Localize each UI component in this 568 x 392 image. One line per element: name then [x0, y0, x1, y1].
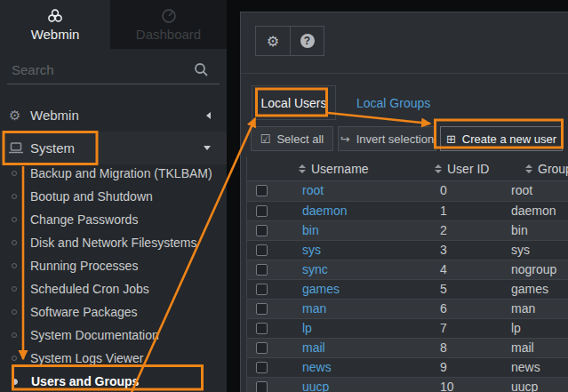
username-link[interactable]: uucp	[302, 378, 329, 392]
invert-selection-label: Invert selection	[356, 132, 434, 146]
column-header-label: Group	[538, 162, 568, 176]
username-link[interactable]: sys	[302, 241, 321, 260]
table-row: games5games	[247, 279, 568, 299]
sidebar-item-label: Webmin	[30, 108, 79, 123]
row-checkbox[interactable]	[256, 284, 268, 295]
sidebar-item-system-documentation[interactable]: System Documentation	[0, 324, 227, 347]
search-input[interactable]: Search	[7, 55, 220, 84]
sidebar-item-scheduled-cron-jobs[interactable]: Scheduled Cron Jobs	[0, 277, 227, 300]
sidebar-item-webmin[interactable]: ⚙ Webmin	[0, 99, 227, 132]
column-header-label: User ID	[447, 162, 489, 176]
bullet-icon	[12, 332, 17, 338]
sidebar-item-backup-and-migration-tklbam-[interactable]: Backup and Migration (TKLBAM)	[0, 162, 227, 185]
sidebar-item-label: Disk and Network Filesystems	[30, 236, 197, 250]
username-link[interactable]: mail	[302, 339, 325, 357]
row-checkbox[interactable]	[256, 264, 268, 276]
tab-dashboard[interactable]: Dashboard	[110, 0, 227, 49]
select-all-button[interactable]: ☑ Select all	[251, 126, 333, 151]
user-id-cell: 1	[440, 202, 447, 220]
column-header-username[interactable]: Username	[299, 156, 369, 181]
table-row: daemon1daemon	[247, 201, 568, 220]
user-id-cell: 6	[440, 300, 447, 318]
username-link[interactable]: bin	[302, 221, 319, 240]
row-checkbox[interactable]	[256, 185, 268, 196]
username-link[interactable]: man	[302, 300, 326, 318]
user-id-cell: 9	[440, 358, 447, 377]
invert-selection-button[interactable]: ↪ Invert selection	[338, 126, 436, 151]
gear-icon: ⚙	[267, 33, 279, 50]
row-checkbox[interactable]	[256, 323, 268, 334]
group-cell: mail	[511, 339, 534, 357]
search-icon	[194, 62, 209, 77]
table-row: man6man	[247, 299, 568, 318]
sidebar-item-label: Software Packages	[30, 305, 138, 319]
bullet-icon	[12, 379, 18, 385]
tab-webmin[interactable]: Webmin	[0, 0, 110, 49]
user-id-cell: 0	[440, 181, 447, 200]
username-link[interactable]: daemon	[302, 202, 348, 220]
module-config-button[interactable]: ⚙	[256, 27, 290, 55]
column-header-label: Username	[311, 162, 369, 176]
sidebar-item-software-packages[interactable]: Software Packages	[0, 300, 227, 324]
sidebar-item-label: Bootup and Shutdown	[30, 189, 153, 204]
row-checkbox[interactable]	[256, 225, 268, 236]
sidebar-item-bootup-and-shutdown[interactable]: Bootup and Shutdown	[0, 185, 227, 208]
sidebar-item-label: Users and Groups	[31, 374, 139, 388]
column-header-group[interactable]: Group	[525, 156, 568, 181]
table-row: lp7lp	[247, 318, 568, 338]
group-cell: uucp	[511, 378, 538, 392]
create-new-user-button[interactable]: ⊞ Create a new user	[440, 126, 563, 151]
row-checkbox[interactable]	[256, 244, 268, 256]
row-checkbox[interactable]	[256, 205, 268, 217]
bullet-icon	[12, 263, 17, 268]
caret-left-icon	[206, 112, 211, 119]
row-checkbox[interactable]	[256, 362, 268, 373]
group-cell: root	[511, 181, 532, 200]
row-checkbox[interactable]	[256, 303, 268, 315]
create-new-user-label: Create a new user	[462, 132, 556, 146]
sidebar-item-users-and-groups[interactable]: Users and Groups	[0, 370, 227, 392]
group-cell: man	[511, 300, 535, 318]
sidebar-item-label: Change Passwords	[30, 212, 138, 227]
tab-local-groups[interactable]: Local Groups	[356, 85, 430, 120]
table-row: bin2bin	[247, 220, 568, 240]
row-checkbox[interactable]	[256, 381, 268, 392]
sidebar-item-change-passwords[interactable]: Change Passwords	[0, 208, 227, 231]
sidebar-item-system-logs-viewer[interactable]: System Logs Viewer	[0, 347, 227, 370]
username-link[interactable]: news	[302, 358, 332, 377]
sidebar-item-system[interactable]: System	[0, 132, 227, 164]
username-link[interactable]: root	[302, 181, 324, 200]
table-row: news9news	[247, 357, 568, 377]
gear-icon: ⚙	[9, 108, 30, 124]
sidebar: Webmin Dashboard Search ⚙ Webmin System	[0, 0, 227, 392]
search-placeholder: Search	[7, 62, 194, 77]
toolbar-divider	[241, 73, 568, 74]
username-link[interactable]: lp	[302, 319, 312, 338]
webmin-logo-icon	[46, 8, 64, 24]
bullet-icon	[12, 356, 17, 361]
main-panel: ⚙ ? Local Users Local Groups ☑ Select al…	[240, 12, 568, 392]
tab-local-users[interactable]: Local Users	[252, 85, 336, 120]
tab-local-users-label: Local Users	[261, 96, 327, 110]
select-all-label: Select all	[276, 132, 324, 146]
username-link[interactable]: games	[302, 280, 340, 299]
bullet-icon	[12, 217, 17, 222]
sidebar-item-disk-and-network-filesystems[interactable]: Disk and Network Filesystems	[0, 231, 227, 254]
user-id-cell: 8	[440, 339, 447, 357]
table-row: uucp10uucp	[247, 377, 568, 392]
user-id-cell: 10	[440, 378, 454, 392]
sidebar-item-label: System Logs Viewer	[30, 351, 143, 365]
sidebar-item-label: Scheduled Cron Jobs	[30, 282, 149, 296]
column-header-user-id[interactable]: User ID	[435, 156, 489, 181]
sidebar-item-running-processes[interactable]: Running Processes	[0, 254, 227, 277]
sort-icon	[435, 164, 442, 173]
invert-arrow-icon: ↪	[340, 132, 350, 146]
username-link[interactable]: sync	[302, 260, 328, 279]
user-id-cell: 3	[440, 241, 447, 260]
users-table-body: root0rootdaemon1daemonbin2binsys3syssync…	[247, 181, 568, 392]
help-button[interactable]: ?	[290, 27, 324, 55]
users-table-header: Username User ID Group	[247, 156, 568, 181]
users-table: Username User ID Group root0rootdaemon1d…	[246, 156, 568, 392]
row-checkbox[interactable]	[256, 342, 268, 354]
caret-down-icon	[204, 146, 211, 150]
